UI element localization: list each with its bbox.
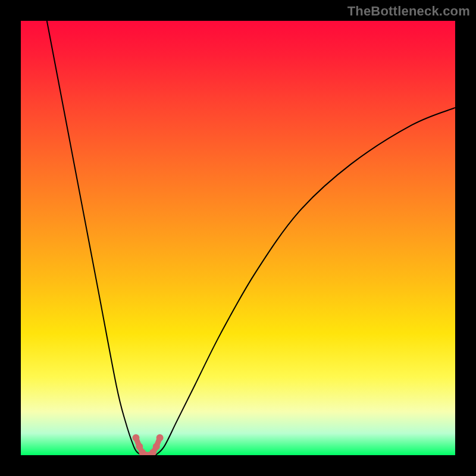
optimal-dot: [136, 443, 143, 450]
curve-left: [47, 21, 143, 455]
optimal-dot: [153, 443, 160, 450]
curve-right: [155, 108, 455, 455]
optimal-dot: [132, 434, 139, 441]
optimal-dot: [156, 434, 164, 441]
watermark-text: TheBottleneck.com: [347, 4, 470, 19]
chart-frame: TheBottleneck.com: [0, 0, 476, 476]
chart-canvas: [21, 21, 455, 455]
